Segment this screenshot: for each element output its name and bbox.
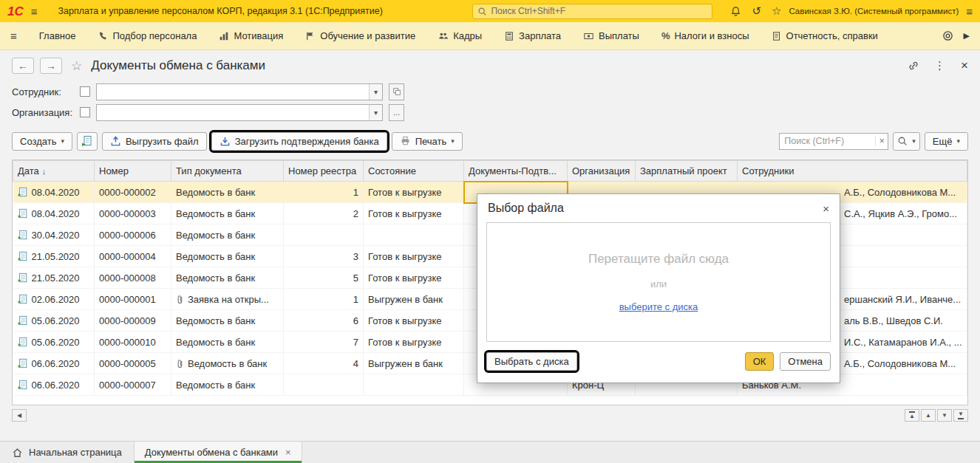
employee-label: Сотрудник: <box>12 86 74 97</box>
drop-hint-text: Перетащите файл сюда <box>588 252 729 267</box>
list-search[interactable]: × <box>779 133 888 150</box>
home-page-tab[interactable]: Начальная страница <box>0 442 134 463</box>
back-button[interactable]: ← <box>12 58 34 74</box>
col-registry-number[interactable]: Номер реестра <box>284 161 364 182</box>
back-icon: ← <box>18 60 28 72</box>
copy-document-button[interactable] <box>77 132 98 151</box>
col-number[interactable]: Номер <box>95 161 171 182</box>
global-search-input[interactable] <box>491 6 707 16</box>
up-arrow-icon: ▲ <box>925 412 931 419</box>
titlebar: 1С ≡ Зарплата и управление персоналом КО… <box>0 0 980 22</box>
cancel-button[interactable]: Отмена <box>780 352 831 371</box>
banknote-icon <box>583 31 594 41</box>
nav-item-salary[interactable]: Зарплата <box>504 30 561 41</box>
dropdown-icon: ▾ <box>61 137 64 145</box>
choose-from-disk-button[interactable]: Выбрать с диска <box>486 352 577 371</box>
notifications-bell-icon[interactable] <box>730 6 741 17</box>
list-toolbar: Создать▾ Выгрузить файл Загрузить подтве… <box>12 130 968 152</box>
global-search[interactable] <box>472 4 712 19</box>
col-date[interactable]: Дата↓ <box>13 161 95 182</box>
people-icon <box>438 31 449 41</box>
nav-item-payments[interactable]: Выплаты <box>583 30 639 41</box>
nav-item-taxes[interactable]: % Налоги и взносы <box>661 30 749 41</box>
nav-item-reports[interactable]: Отчетность, справки <box>772 30 878 41</box>
favorite-star-icon[interactable]: ☆ <box>71 58 82 74</box>
choose-from-disk-link[interactable]: выберите с диска <box>619 301 698 312</box>
col-salary-project[interactable]: Зарплатный проект <box>636 161 738 182</box>
dialog-close-icon[interactable]: × <box>823 202 829 215</box>
scroll-down-button[interactable]: ▼ <box>937 409 952 422</box>
create-button[interactable]: Создать▾ <box>12 132 72 151</box>
organization-input[interactable] <box>97 105 369 120</box>
statement-document-icon <box>18 230 28 240</box>
app-window: 1С ≡ Зарплата и управление персоналом КО… <box>0 0 980 463</box>
pick-from-list-icon <box>392 87 401 96</box>
clear-search-icon[interactable]: × <box>875 136 888 146</box>
scroll-up-button[interactable]: ▲ <box>921 409 936 422</box>
forward-icon: → <box>46 60 56 72</box>
active-window-tab[interactable]: Документы обмена с банками × <box>134 442 302 463</box>
employee-dropdown-icon[interactable]: ▾ <box>369 84 382 100</box>
main-menu-icon[interactable]: ≡ <box>966 5 973 18</box>
search-icon <box>897 136 908 146</box>
scroll-top-button[interactable]: ▲ <box>905 409 919 422</box>
close-form-icon[interactable]: × <box>961 58 968 73</box>
scroll-left-button[interactable]: ◀ <box>12 409 27 422</box>
employee-filter-row: Сотрудник: ▾ <box>12 81 968 102</box>
forward-button[interactable]: → <box>40 58 62 74</box>
tab-close-icon[interactable]: × <box>285 447 291 458</box>
nav-item-recruiting[interactable]: Подбор персонала <box>98 30 197 41</box>
employee-combo[interactable]: ▾ <box>96 83 383 100</box>
organization-combo[interactable]: ▾ <box>96 104 383 121</box>
1c-logo: 1С <box>7 5 24 18</box>
nav-item-motivation[interactable]: Мотивация <box>219 30 283 41</box>
printer-icon <box>400 136 411 146</box>
statement-document-icon <box>18 272 28 283</box>
nav-item-main[interactable]: Главное <box>39 30 76 41</box>
service-functions-icon[interactable] <box>942 30 953 41</box>
more-button[interactable]: Ещё▾ <box>925 132 968 151</box>
home-icon <box>12 447 23 458</box>
top-arrow-icon: ▲ <box>909 411 915 419</box>
statement-document-icon <box>18 208 28 219</box>
search-icon <box>477 7 487 16</box>
col-confirm-docs[interactable]: Документы-Подтв... <box>464 161 568 182</box>
ok-button[interactable]: ОК <box>745 352 775 371</box>
history-icon[interactable]: ↺ <box>752 4 761 18</box>
scroll-bottom-button[interactable]: ▼ <box>953 409 968 422</box>
col-doc-type[interactable]: Тип документа <box>171 161 284 182</box>
bottom-arrow-icon: ▼ <box>958 411 964 419</box>
list-search-input[interactable] <box>780 136 875 146</box>
sort-desc-icon: ↓ <box>42 167 47 176</box>
percent-icon: % <box>661 30 670 41</box>
print-button[interactable]: Печать▾ <box>392 132 463 151</box>
organization-checkbox[interactable] <box>80 107 90 117</box>
file-drop-zone[interactable]: Перетащите файл сюда или выберите с диск… <box>486 222 831 342</box>
favorites-star-icon[interactable]: ☆ <box>772 4 781 18</box>
load-bank-confirmations-button[interactable]: Загрузить подтверждения банка <box>211 132 387 151</box>
current-user[interactable]: Савинская З.Ю. (Системный программист) <box>789 7 959 16</box>
employee-pick-button[interactable] <box>389 83 404 100</box>
dialog-title: Выбор файла <box>488 202 564 215</box>
export-file-button[interactable]: Выгрузить файл <box>102 132 207 151</box>
statement-document-icon <box>18 315 28 326</box>
hamburger-menu-icon[interactable]: ≡ <box>31 5 38 18</box>
organization-ellipsis-button[interactable]: ... <box>389 104 404 121</box>
statement-document-icon <box>18 358 28 368</box>
flag-icon <box>305 31 316 41</box>
get-link-icon[interactable] <box>908 60 919 72</box>
nav-overflow-icon[interactable]: ▶ <box>964 31 970 41</box>
employee-checkbox[interactable] <box>80 86 90 97</box>
more-actions-icon[interactable]: ⋮ <box>934 59 946 72</box>
col-organization[interactable]: Организация <box>568 161 636 182</box>
nav-item-hr[interactable]: Кадры <box>438 30 482 41</box>
sections-menu-icon[interactable]: ≡ <box>10 30 17 42</box>
col-employees[interactable]: Сотрудники <box>738 161 967 182</box>
col-state[interactable]: Состояние <box>364 161 464 182</box>
organization-dropdown-icon[interactable]: ▾ <box>369 105 382 120</box>
dropdown-icon: ▾ <box>912 137 916 145</box>
nav-item-education[interactable]: Обучение и развитие <box>305 30 415 41</box>
employee-input[interactable] <box>97 84 369 100</box>
search-options-button[interactable]: ▾ <box>893 132 920 151</box>
table-scroll-strip: ◀ ▲ ▲ ▼ ▼ <box>12 408 968 422</box>
